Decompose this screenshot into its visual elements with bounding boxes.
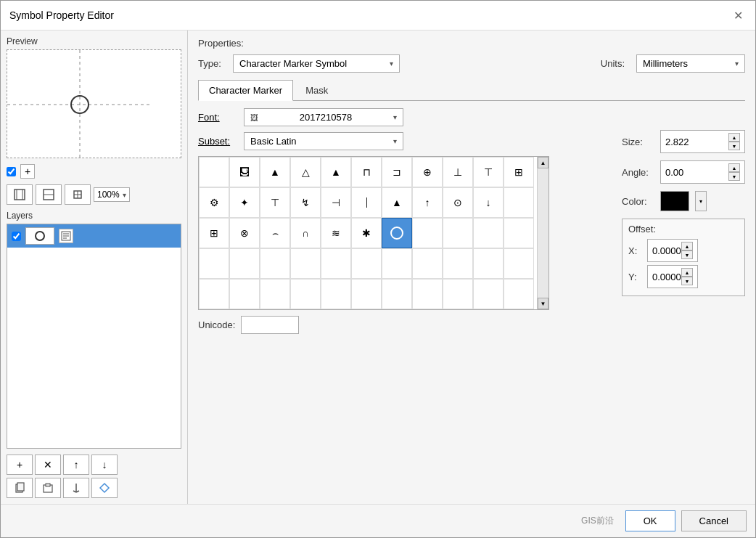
- char-cell[interactable]: [199, 279, 229, 309]
- char-cell-selected[interactable]: [382, 218, 412, 248]
- char-cell[interactable]: ▲: [382, 187, 412, 218]
- offset-y-spin[interactable]: ▲ ▼: [681, 268, 693, 285]
- grid-scrollbar[interactable]: ▲ ▼: [537, 157, 548, 309]
- angle-up-button[interactable]: ▲: [728, 163, 740, 172]
- angle-spin[interactable]: ▲ ▼: [728, 163, 740, 181]
- offset-y-down-button[interactable]: ▼: [681, 277, 693, 285]
- offset-y-input[interactable]: 0.0000 ▲ ▼: [647, 265, 698, 288]
- char-cell[interactable]: [443, 279, 473, 309]
- units-dropdown[interactable]: Millimeters ▾: [636, 54, 745, 73]
- offset-x-spin[interactable]: ▲ ▼: [681, 242, 693, 259]
- close-button[interactable]: ✕: [729, 7, 747, 24]
- char-cell[interactable]: [290, 279, 321, 309]
- unicode-input[interactable]: 60: [241, 316, 299, 334]
- char-cell[interactable]: ⚙: [199, 187, 229, 218]
- char-cell[interactable]: ▲: [321, 157, 351, 187]
- char-cell[interactable]: [382, 248, 412, 279]
- paste-button[interactable]: [35, 478, 61, 498]
- font-label[interactable]: Font:: [198, 112, 238, 123]
- move-button[interactable]: [63, 478, 89, 498]
- char-cell[interactable]: [229, 248, 260, 279]
- color-swatch[interactable]: [660, 191, 689, 211]
- angle-input[interactable]: 0.00 ▲ ▼: [660, 160, 745, 184]
- offset-x-down-button[interactable]: ▼: [681, 250, 693, 259]
- remove-button[interactable]: ✕: [35, 455, 61, 475]
- char-cell[interactable]: [412, 218, 443, 248]
- scroll-down-button[interactable]: ▼: [538, 298, 548, 309]
- add-button[interactable]: +: [7, 455, 33, 475]
- offset-y-up-button[interactable]: ▲: [681, 268, 693, 277]
- cancel-button[interactable]: Cancel: [681, 510, 747, 531]
- char-cell[interactable]: [351, 248, 382, 279]
- char-cell[interactable]: ↑: [412, 187, 443, 218]
- properties-button[interactable]: [91, 478, 118, 498]
- char-cell[interactable]: [290, 248, 321, 279]
- angle-down-button[interactable]: ▼: [728, 172, 740, 181]
- char-cell[interactable]: ⊞: [504, 157, 534, 187]
- char-cell[interactable]: [473, 218, 504, 248]
- scroll-up-button[interactable]: ▲: [538, 157, 548, 168]
- add-layer-button[interactable]: +: [20, 164, 35, 179]
- layer-item-checkbox[interactable]: [12, 232, 21, 241]
- char-cell[interactable]: [199, 157, 229, 187]
- char-cell[interactable]: ⊞: [199, 218, 229, 248]
- char-cell[interactable]: ⊙: [443, 187, 473, 218]
- char-cell[interactable]: [321, 279, 351, 309]
- zoom-fit-button[interactable]: [36, 184, 62, 205]
- subset-dropdown[interactable]: Basic Latin ▾: [244, 132, 403, 150]
- tab-mask[interactable]: Mask: [295, 80, 339, 100]
- char-cell[interactable]: [443, 248, 473, 279]
- font-dropdown[interactable]: 🖼 2017210578 ▾: [244, 108, 403, 126]
- char-cell[interactable]: ≋: [321, 218, 351, 248]
- char-cell[interactable]: ✦: [229, 187, 260, 218]
- size-down-button[interactable]: ▼: [728, 142, 740, 150]
- char-cell[interactable]: ⛾: [229, 157, 260, 187]
- layer-checkbox[interactable]: [7, 167, 16, 176]
- char-cell[interactable]: ⊗: [229, 218, 260, 248]
- char-cell[interactable]: ⊓: [351, 157, 382, 187]
- char-cell[interactable]: [443, 218, 473, 248]
- char-cell[interactable]: ⏐: [351, 187, 382, 218]
- char-cell[interactable]: ✱: [351, 218, 382, 248]
- type-dropdown[interactable]: Character Marker Symbol ▾: [233, 54, 400, 73]
- char-cell[interactable]: [229, 279, 260, 309]
- ok-button[interactable]: OK: [625, 510, 675, 531]
- char-cell[interactable]: [504, 187, 534, 218]
- char-cell[interactable]: [412, 279, 443, 309]
- move-up-button[interactable]: ↑: [63, 455, 89, 475]
- size-input[interactable]: 2.822 ▲ ▼: [660, 130, 745, 153]
- char-cell[interactable]: ▲: [260, 157, 290, 187]
- char-cell[interactable]: ↯: [290, 187, 321, 218]
- char-cell[interactable]: ⊤: [260, 187, 290, 218]
- char-cell[interactable]: ∩: [290, 218, 321, 248]
- char-cell[interactable]: [504, 248, 534, 279]
- tab-character-marker[interactable]: Character Marker: [198, 80, 293, 101]
- size-spin[interactable]: ▲ ▼: [728, 133, 740, 150]
- char-cell[interactable]: ⊤: [473, 157, 504, 187]
- copy-button[interactable]: [7, 478, 33, 498]
- char-cell[interactable]: ⊥: [443, 157, 473, 187]
- char-cell[interactable]: ⊣: [321, 187, 351, 218]
- zoom-actual-button[interactable]: [65, 184, 91, 205]
- offset-x-up-button[interactable]: ▲: [681, 242, 693, 250]
- char-cell[interactable]: [321, 248, 351, 279]
- char-cell[interactable]: [199, 248, 229, 279]
- color-dropdown-button[interactable]: ▾: [695, 191, 707, 211]
- char-cell[interactable]: △: [290, 157, 321, 187]
- char-cell[interactable]: [382, 279, 412, 309]
- char-cell[interactable]: [260, 248, 290, 279]
- char-cell[interactable]: [473, 248, 504, 279]
- size-up-button[interactable]: ▲: [728, 133, 740, 142]
- char-cell[interactable]: [412, 248, 443, 279]
- offset-x-input[interactable]: 0.0000 ▲ ▼: [647, 239, 698, 262]
- zoom-full-button[interactable]: [7, 184, 33, 205]
- char-cell[interactable]: [473, 279, 504, 309]
- move-down-button[interactable]: ↓: [91, 455, 118, 475]
- char-cell[interactable]: [260, 279, 290, 309]
- list-item[interactable]: [7, 224, 181, 248]
- char-cell[interactable]: [504, 218, 534, 248]
- char-cell[interactable]: ⊕: [412, 157, 443, 187]
- char-cell[interactable]: ⊐: [382, 157, 412, 187]
- char-cell[interactable]: [351, 279, 382, 309]
- zoom-dropdown[interactable]: 100% ▾: [94, 187, 130, 202]
